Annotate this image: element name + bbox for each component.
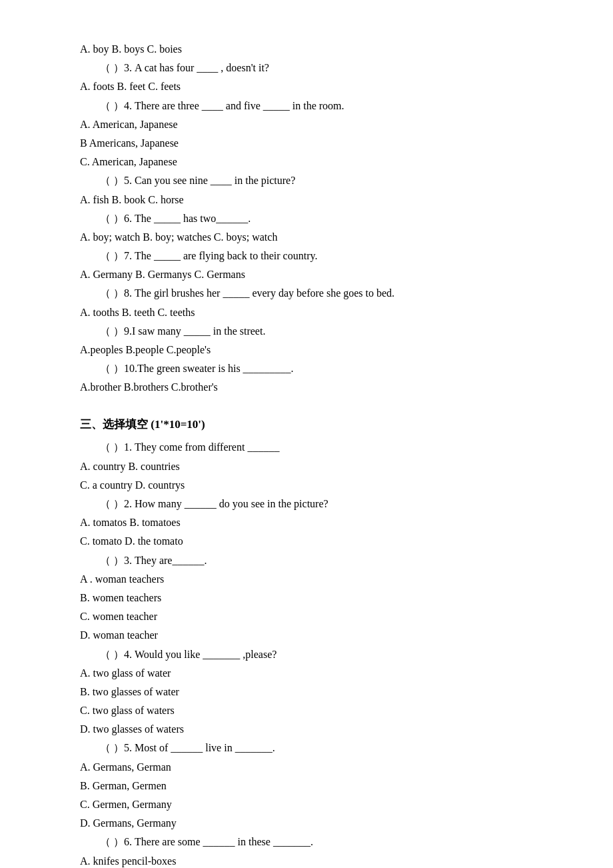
s3-line-0: （ ）1. They come from different ______ [80, 438, 533, 456]
s3-line-15: D. two glasses of waters [80, 720, 533, 738]
line-8: （ ）5. Can you see nine ____ in the pictu… [80, 171, 533, 189]
s3-line-13: B. two glasses of water [80, 683, 533, 701]
section2-block: A. boy B. boys C. boies （ ）3. A cat has … [80, 40, 533, 397]
line-7: C. American, Japanese [80, 153, 533, 171]
line-15: A. tooths B. teeth C. teeths [80, 303, 533, 321]
s3-line-19: C. Germen, Germany [80, 795, 533, 813]
line-3: A. foots B. feet C. feets [80, 77, 533, 95]
line-2: （ ）3. A cat has four ____ , doesn't it? [80, 59, 533, 77]
s3-line-6: （ ）3. They are______. [80, 551, 533, 569]
s3-line-2: C. a country D. countrys [80, 476, 533, 494]
s3-line-16: （ ）5. Most of ______ live in _______. [80, 739, 533, 757]
line-5: A. American, Japanese [80, 115, 533, 133]
line-17: A.peoples B.people C.people's [80, 341, 533, 359]
s3-line-22: A. knifes pencil-boxes [80, 852, 533, 868]
s3-line-18: B. German, Germen [80, 777, 533, 795]
line-18: （ ）10.The green sweater is his _________… [80, 359, 533, 377]
s3-line-14: C. two glass of waters [80, 701, 533, 719]
s3-line-9: C. women teacher [80, 607, 533, 625]
s3-line-12: A. two glass of water [80, 664, 533, 682]
s3-line-1: A. country B. countries [80, 457, 533, 475]
s3-line-5: C. tomato D. the tomato [80, 532, 533, 550]
s3-line-8: B. women teachers [80, 589, 533, 607]
line-11: A. boy; watch B. boy; watches C. boys; w… [80, 228, 533, 246]
line-14: （ ）8. The girl brushes her _____ every d… [80, 284, 533, 302]
s3-line-17: A. Germans, German [80, 758, 533, 776]
s3-line-3: （ ）2. How many ______ do you see in the … [80, 495, 533, 513]
s3-line-7: A . woman teachers [80, 570, 533, 588]
line-10: （ ）6. The _____ has two______. [80, 209, 533, 227]
line-6: B Americans, Japanese [80, 134, 533, 152]
s3-line-4: A. tomatos B. tomatoes [80, 513, 533, 531]
s3-line-10: D. woman teacher [80, 626, 533, 644]
line-16: （ ）9.I saw many _____ in the street. [80, 322, 533, 340]
section3-header: 三、选择填空 (1'*10=10') [80, 415, 533, 435]
line-1: A. boy B. boys C. boies [80, 40, 533, 58]
line-13: A. Germany B. Germanys C. Germans [80, 265, 533, 283]
line-4: （ ）4. There are three ____ and five ____… [80, 97, 533, 115]
line-19: A.brother B.brothers C.brother's [80, 378, 533, 396]
line-9: A. fish B. book C. horse [80, 191, 533, 209]
line-12: （ ）7. The _____ are flying back to their… [80, 247, 533, 265]
section3-block: 三、选择填空 (1'*10=10') （ ）1. They come from … [80, 415, 533, 868]
quiz-content: A. boy B. boys C. boies （ ）3. A cat has … [80, 40, 533, 868]
s3-line-21: （ ）6. There are some ______ in these ___… [80, 833, 533, 851]
s3-line-11: （ ）4. Would you like _______ ,please? [80, 645, 533, 663]
s3-line-20: D. Germans, Germany [80, 814, 533, 832]
